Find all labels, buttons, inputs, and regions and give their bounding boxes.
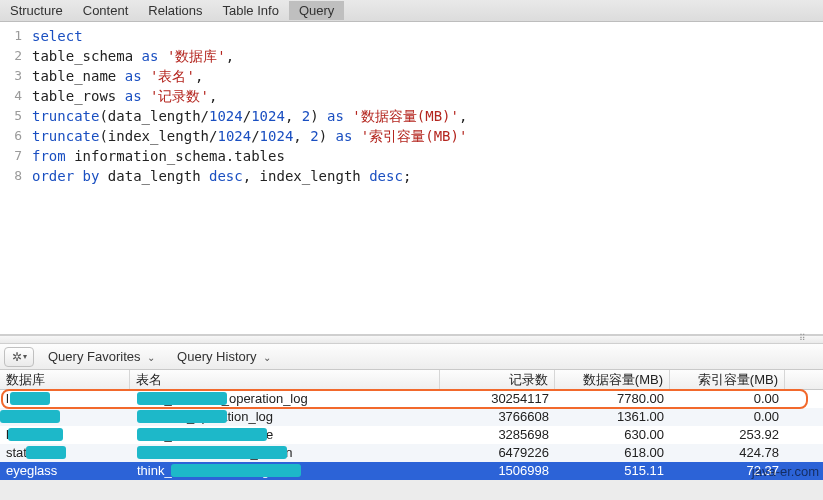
tab-query[interactable]: Query [289, 1, 344, 20]
table-row[interactable]: lthink__operation_log302541177780.000.00 [0, 390, 823, 408]
cell-table: think_re [130, 426, 440, 444]
tab-relations[interactable]: Relations [138, 1, 212, 20]
cell-table: think__operation_log [130, 390, 440, 408]
cell-value: 30254117 [440, 390, 555, 408]
tab-content[interactable]: Content [73, 1, 139, 20]
query-history-label: Query History [177, 349, 256, 364]
pane-resizer[interactable]: ⠿ [0, 335, 823, 344]
column-header[interactable]: 数据库 [0, 370, 130, 389]
watermark-text: java-er.com [752, 464, 819, 479]
cell-value: 515.11 [555, 462, 670, 480]
table-row[interactable]: lthink_re3285698630.00253.92 [0, 426, 823, 444]
cell-db [0, 408, 130, 426]
cell-value: 6479226 [440, 444, 555, 462]
cell-value: 3766608 [440, 408, 555, 426]
cell-value: 3285698 [440, 426, 555, 444]
query-history-menu[interactable]: Query History ⌄ [169, 349, 285, 364]
cell-db: l [0, 426, 130, 444]
query-favorites-menu[interactable]: Query Favorites ⌄ [40, 349, 169, 364]
cell-value: 1506998 [440, 462, 555, 480]
table-row[interactable]: statt_action6479226618.00424.78 [0, 444, 823, 462]
cell-value: 1361.00 [555, 408, 670, 426]
chevron-down-icon: ⌄ [147, 352, 155, 363]
column-header[interactable]: 记录数 [440, 370, 555, 389]
sql-editor[interactable]: 12345678 selecttable_schema as '数据库',tab… [0, 22, 823, 335]
results-grid: 数据库表名记录数数据容量(MB)索引容量(MB) lthink__operati… [0, 370, 823, 480]
tab-structure[interactable]: Structure [0, 1, 73, 20]
grid-body[interactable]: lthink__operation_log302541177780.000.00… [0, 390, 823, 480]
cell-table: _operation_log [130, 408, 440, 426]
sql-code[interactable]: selecttable_schema as '数据库',table_name a… [28, 22, 823, 334]
cell-value: 630.00 [555, 426, 670, 444]
cell-value: 0.00 [670, 408, 785, 426]
gear-menu-button[interactable]: ✲▾ [4, 347, 34, 367]
tab-table-info[interactable]: Table Info [213, 1, 289, 20]
column-header[interactable]: 数据容量(MB) [555, 370, 670, 389]
cell-db: eyeglass [0, 462, 130, 480]
table-row[interactable]: eyeglassthink_g1506998515.1172.37 [0, 462, 823, 480]
table-row[interactable]: _operation_log37666081361.000.00 [0, 408, 823, 426]
cell-table: t_action [130, 444, 440, 462]
chevron-down-icon: ▾ [23, 352, 27, 361]
cell-value: 618.00 [555, 444, 670, 462]
cell-value: 7780.00 [555, 390, 670, 408]
grip-icon: ⠿ [799, 337, 809, 343]
view-tabbar: StructureContentRelationsTable InfoQuery [0, 0, 823, 22]
query-favorites-label: Query Favorites [48, 349, 140, 364]
cell-value: 253.92 [670, 426, 785, 444]
results-toolbar: ✲▾ Query Favorites ⌄ Query History ⌄ [0, 344, 823, 370]
gear-icon: ✲ [12, 350, 22, 364]
cell-value: 0.00 [670, 390, 785, 408]
grid-header-row: 数据库表名记录数数据容量(MB)索引容量(MB) [0, 370, 823, 390]
line-gutter: 12345678 [0, 22, 28, 334]
cell-db: stat [0, 444, 130, 462]
cell-value: 424.78 [670, 444, 785, 462]
chevron-down-icon: ⌄ [263, 352, 271, 363]
column-header[interactable]: 索引容量(MB) [670, 370, 785, 389]
column-header[interactable]: 表名 [130, 370, 440, 389]
cell-table: think_g [130, 462, 440, 480]
cell-db: l [0, 390, 130, 408]
